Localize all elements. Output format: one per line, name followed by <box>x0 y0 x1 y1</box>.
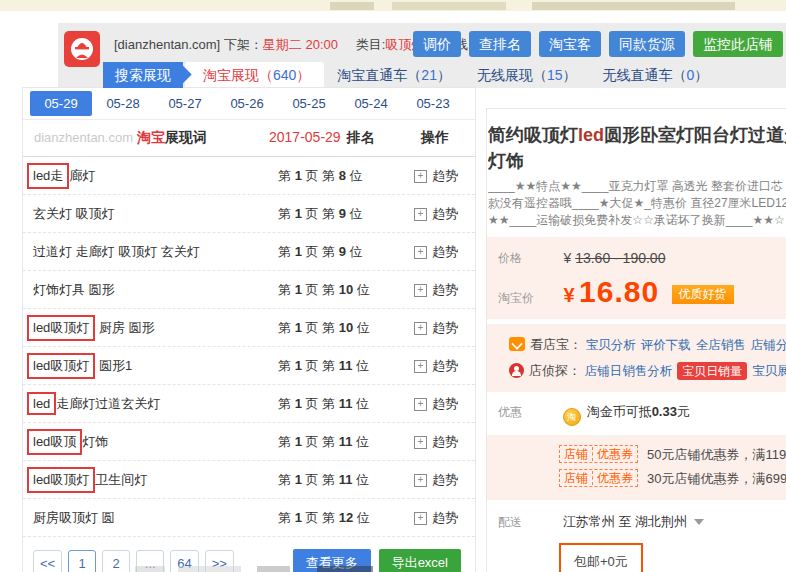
category-label: 类目: <box>356 37 386 52</box>
check-rank-button[interactable]: 查排名 <box>469 31 531 57</box>
display-tabs: 搜索展现 淘宝展现（640） 淘宝直通车（21） 无线展现（15） 无线直通车（… <box>103 62 721 88</box>
trend-expand-icon: + <box>414 512 427 525</box>
same-goods-button[interactable]: 同款货源 <box>609 31 685 57</box>
trend-link[interactable]: +趋势 <box>414 157 458 194</box>
rank-value: 第 1 页 第 11 位 <box>278 461 369 498</box>
keyword: led吸顶灯 圆形1 <box>33 347 132 384</box>
trend-expand-icon: + <box>414 360 427 373</box>
trend-expand-icon: + <box>414 436 427 449</box>
trend-link[interactable]: +趋势 <box>414 423 458 460</box>
table-row: led吸顶灯饰 第 1 页 第 11 位 +趋势 <box>23 423 475 461</box>
price-block: 价格 ¥ 13.60 - 190.00 淘宝价 ¥ 16.80 优质好货 <box>487 237 786 319</box>
date-tab-05-26[interactable]: 05-26 <box>216 91 278 116</box>
shop-coupon-badge: 店铺优惠券 <box>559 445 638 463</box>
coupon-block: 店铺优惠券50元店铺优惠券，满1199元 店铺优惠券30元店铺优惠券，满699元 <box>487 435 786 500</box>
seller-tools-block: 看店宝： 宝贝分析评价下载全店销售店铺分析同 店侦探： 店铺日销售分析宝贝日销量… <box>487 324 786 392</box>
product-title-line2: 灯饰 <box>488 148 786 174</box>
dianzhentan-mini-icon <box>509 363 524 378</box>
trend-expand-icon: + <box>414 284 427 297</box>
tab-wireless-ztc[interactable]: 无线直通车（0） <box>590 62 722 88</box>
tab-wireless-display[interactable]: 无线展现（15） <box>464 62 590 88</box>
tab-taobao-display[interactable]: 淘宝展现（640） <box>185 62 324 88</box>
delivery-from: 江苏常州 <box>563 514 615 529</box>
price-label: 价格 <box>498 250 559 267</box>
keyword-highlight-box: led吸顶灯 <box>27 467 95 493</box>
shop-domain: [dianzhentan.com] <box>114 37 220 52</box>
promo-label: 优惠 <box>498 404 559 421</box>
trend-expand-icon: + <box>414 474 427 487</box>
trend-link[interactable]: +趋势 <box>414 271 458 308</box>
rank-value: 第 1 页 第 9 位 <box>278 233 363 270</box>
trend-link[interactable]: +趋势 <box>414 499 458 536</box>
item-daily-sales-badge[interactable]: 宝贝日销量 <box>677 362 747 380</box>
page-prev-button[interactable]: << <box>33 550 62 572</box>
delivery-mid: 至 <box>618 514 631 529</box>
coupon-text: 30元店铺优惠券，满699元 <box>647 471 786 486</box>
rank-value: 第 1 页 第 10 位 <box>278 309 370 346</box>
shop-analysis-link[interactable]: 店铺分析 <box>751 338 786 352</box>
column-rank: 排名 <box>347 129 375 145</box>
quality-badge: 优质好货 <box>672 285 734 304</box>
rank-value: 第 1 页 第 11 位 <box>278 423 369 460</box>
trend-link[interactable]: +趋势 <box>414 195 458 232</box>
trend-link[interactable]: +趋势 <box>414 461 458 498</box>
shop-sales-link[interactable]: 全店销售 <box>696 338 746 352</box>
keyword: led走廊灯 <box>33 157 95 194</box>
keyword-highlight-box: led <box>27 392 56 415</box>
plugin-header-bar: [dianzhentan.com] 下架：星期二 20:00 类目:吸顶灯 在线… <box>58 23 786 88</box>
date-tab-05-23[interactable]: 05-23 <box>402 91 464 116</box>
table-row: 过道灯 走廊灯 吸顶灯 玄关灯 第 1 页 第 9 位 +趋势 <box>23 233 475 271</box>
coupon-line: 店铺优惠券50元店铺优惠券，满1199元 <box>559 443 786 467</box>
table-row: led吸顶灯卫生间灯 第 1 页 第 11 位 +趋势 <box>23 461 475 499</box>
product-desc-line: ____★★特点★★____亚克力灯罩 高透光 整套价进口芯 <box>488 178 786 195</box>
table-row: led走廊灯过道玄关灯 第 1 页 第 11 位 +趋势 <box>23 385 475 423</box>
promo-row: 优惠 淘淘金币可抵0.33元 <box>487 403 786 426</box>
offshelf-value: 星期二 20:00 <box>263 37 338 52</box>
trend-expand-icon: + <box>414 170 427 183</box>
adjust-price-button[interactable]: 调价 <box>413 31 461 57</box>
item-display-words-link[interactable]: 宝贝展现词 <box>752 364 786 378</box>
keyword: led走廊灯过道玄关灯 <box>33 385 160 422</box>
delivery-to[interactable]: 湖北荆州 <box>635 514 687 529</box>
trend-expand-icon: + <box>414 208 427 221</box>
taocoin-icon: 淘 <box>563 408 581 426</box>
table-brand-label: 淘宝 <box>137 129 165 145</box>
date-tab-05-25[interactable]: 05-25 <box>278 91 340 116</box>
rank-value: 第 1 页 第 11 位 <box>278 385 369 422</box>
date-tab-05-27[interactable]: 05-27 <box>154 91 216 116</box>
monitor-shop-button[interactable]: 监控此店铺 <box>693 31 783 57</box>
keyword: led吸顶灯饰 <box>33 423 108 460</box>
date-tab-05-29[interactable]: 05-29 <box>30 91 92 116</box>
trend-link[interactable]: +趋势 <box>414 385 458 422</box>
offshelf-label: 下架： <box>224 37 263 52</box>
tab-taobao-ztc[interactable]: 淘宝直通车（21） <box>324 62 464 88</box>
product-title: 简约吸顶灯led圆形卧室灯阳台灯过道走廊 <box>488 122 786 148</box>
review-download-link[interactable]: 评价下载 <box>641 338 691 352</box>
rank-value: 第 1 页 第 9 位 <box>278 195 363 232</box>
dianzhentan-label: 店侦探： <box>529 363 581 378</box>
rank-value: 第 1 页 第 8 位 <box>278 157 363 194</box>
date-tab-05-24[interactable]: 05-24 <box>340 91 402 116</box>
column-action: 操作 <box>421 129 449 147</box>
product-detail-panel: 简约吸顶灯led圆形卧室灯阳台灯过道走廊 灯饰 ____★★特点★★____亚克… <box>486 108 786 572</box>
taobaoke-button[interactable]: 淘宝客 <box>539 31 601 57</box>
page-2-button[interactable]: 2 <box>102 550 130 572</box>
keyword-highlight-box: led吸顶 <box>27 429 82 455</box>
keyword-highlight-box: led走 <box>27 163 69 189</box>
keyword: led吸顶灯卫生间灯 <box>33 461 147 498</box>
table-site-label: dianzhentan.com <box>34 130 133 145</box>
page-1-button[interactable]: 1 <box>68 550 96 572</box>
trend-link[interactable]: +趋势 <box>414 233 458 270</box>
daily-sales-analysis-link[interactable]: 店铺日销售分析 <box>585 364 673 378</box>
taobao-price-label: 淘宝价 <box>498 290 559 307</box>
date-tabs: 05-29 05-28 05-27 05-26 05-25 05-24 05-2… <box>23 88 475 120</box>
dropdown-arrow-icon[interactable] <box>694 519 704 525</box>
keyword: led吸顶灯 厨房 圆形 <box>33 309 155 346</box>
tab-search-display[interactable]: 搜索展现 <box>103 62 183 88</box>
kandianbao-label: 看店宝： <box>530 337 582 352</box>
trend-link[interactable]: +趋势 <box>414 309 458 346</box>
keyword: 灯饰灯具 圆形 <box>33 271 115 308</box>
date-tab-05-28[interactable]: 05-28 <box>92 91 154 116</box>
trend-link[interactable]: +趋势 <box>414 347 458 384</box>
item-analysis-link[interactable]: 宝贝分析 <box>586 338 636 352</box>
